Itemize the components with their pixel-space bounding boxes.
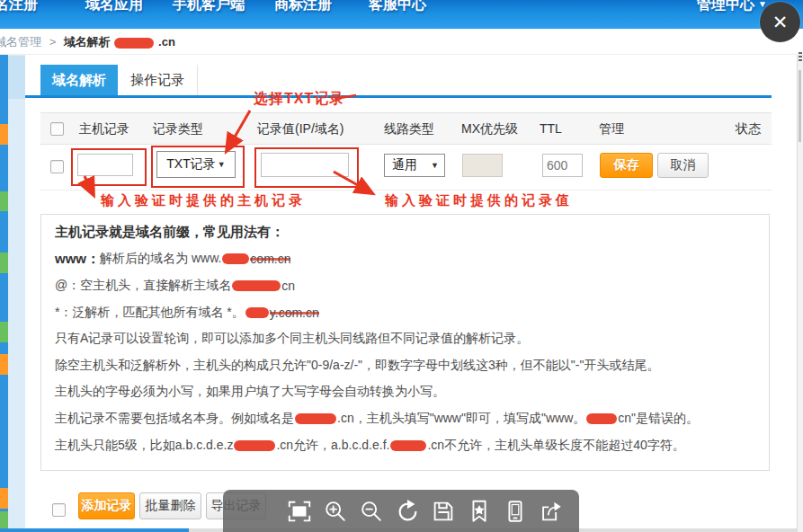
line-type-value: 通用	[392, 157, 417, 173]
cancel-label: 取消	[671, 157, 696, 173]
mx-priority-input	[462, 154, 503, 177]
redacted-domain	[222, 253, 249, 264]
panel-left-margin-top	[8, 56, 25, 99]
tab-operation-log[interactable]: 操作记录	[118, 65, 198, 95]
help-text: *：泛解析，匹配其他所有域名 *。	[55, 305, 245, 321]
line-type-select[interactable]: 通用 ▼	[384, 154, 445, 177]
redacted-domain	[586, 413, 617, 424]
help-text: .cn，主机头填写"www"即可，填写成"www。	[337, 411, 585, 427]
fit-screen-icon[interactable]	[286, 498, 313, 525]
scrollbar-arrow-icon	[799, 59, 802, 61]
column-header-5: TTL	[540, 121, 562, 136]
device-icon[interactable]	[502, 498, 529, 525]
rotate-icon[interactable]	[394, 498, 421, 525]
breadcrumb-bar: 域名管理 > 域名解析 .cn	[0, 29, 803, 55]
panel-left-margin	[8, 54, 25, 532]
help-text: com.cn	[250, 252, 290, 266]
edge-segment	[0, 322, 8, 342]
help-text: 主机头只能5级，比如a.b.c.d.e.z	[55, 438, 233, 454]
tab-label: 操作记录	[130, 72, 184, 89]
scrollbar-arrow-icon	[799, 52, 802, 54]
chevron-down-icon: ▼	[218, 160, 226, 169]
bottom-edge-left	[0, 528, 189, 532]
chevron-down-icon: ▼	[431, 161, 439, 170]
host-record-input[interactable]	[77, 154, 133, 176]
bookmark-icon[interactable]	[466, 498, 493, 525]
help-line: 主机头的字母必须为小写，如果用户填了大写字母会自动转换为小写。	[41, 379, 769, 406]
help-line: 除空主机头和泛解析外，主机头的构成只允许"0-9/a-z/-"，即数字字母中划线…	[41, 352, 769, 379]
help-line: www：解析后的域名为 www.com.cn	[41, 246, 769, 273]
column-header-1: 记录类型	[153, 121, 203, 137]
record-type-value: TXT记录	[166, 156, 215, 173]
edge-segment	[0, 253, 8, 273]
help-line: 主机记录就是域名前缀，常见用法有：	[41, 219, 769, 246]
add-record-button[interactable]: 添加记录	[78, 492, 135, 519]
close-button[interactable]: ✕	[760, 2, 800, 42]
record-type-select[interactable]: TXT记录 ▼	[156, 151, 236, 178]
zoom-out-icon[interactable]	[358, 498, 385, 525]
ttl-input[interactable]	[542, 154, 583, 177]
top-nav: 域名注册域名应用手机客户端商标注册客服中心 管理中心▼	[0, 0, 803, 29]
batch-delete-label: 批量删除	[146, 498, 196, 514]
nav-item-0[interactable]: 域名注册	[0, 0, 38, 14]
edge-segment	[0, 191, 8, 211]
background-page-edge	[0, 54, 8, 532]
help-text: 除空主机头和泛解析外，主机头的构成只允许"0-9/a-z/-"，即数字字母中划线…	[55, 358, 659, 374]
page: 域名注册域名应用手机客户端商标注册客服中心 管理中心▼ ✕ 域名管理 > 域名解…	[0, 0, 803, 532]
nav-item-4[interactable]: 客服中心	[369, 0, 426, 14]
tab-domain-resolution[interactable]: 域名解析	[40, 65, 118, 95]
breadcrumb-domain-manage[interactable]: 域名管理	[0, 35, 41, 49]
help-line: 主机记录不需要包括域名本身。例如域名是.cn，主机头填写"www"即可，填写成"…	[41, 405, 769, 432]
account-label: 管理中心	[697, 0, 754, 12]
save-icon[interactable]	[430, 498, 457, 525]
screenshot-toolbar	[223, 490, 579, 532]
nav-item-account[interactable]: 管理中心▼	[697, 0, 767, 14]
row-checkbox[interactable]	[50, 160, 64, 173]
redacted-domain	[114, 38, 154, 49]
nav-item-2[interactable]: 手机客户端	[173, 0, 245, 14]
help-text: cn"是错误的。	[618, 411, 699, 427]
help-line: *：泛解析，匹配其他所有域名 *。y.com.cn	[41, 299, 769, 326]
select-all-checkbox[interactable]	[50, 122, 64, 136]
column-header-2: 记录值(IP/域名)	[257, 121, 344, 137]
column-header-7: 状态	[736, 121, 761, 137]
column-header-6: 管理	[599, 121, 624, 137]
help-text: www：	[55, 251, 100, 268]
share-icon[interactable]	[538, 498, 565, 525]
footer-select-all-checkbox[interactable]	[52, 503, 66, 517]
redacted-domain	[245, 307, 269, 318]
help-text: .cn允许，a.b.c.d.e.f.	[276, 438, 389, 454]
nav-item-3[interactable]: 商标注册	[274, 0, 332, 14]
annotation-select-txt: 选择TXT记录	[254, 90, 344, 109]
batch-delete-button[interactable]: 批量删除	[139, 492, 201, 519]
edge-segment	[0, 354, 8, 375]
help-text: 解析后的域名为 www.	[100, 251, 221, 267]
breadcrumb: 域名管理 > 域名解析 .cn	[0, 34, 175, 50]
help-text: 主机记录不需要包括域名本身。例如域名是	[55, 411, 294, 427]
redacted-domain	[390, 440, 426, 451]
help-text: .cn不允许，主机头单级长度不能超过40字符。	[427, 438, 684, 454]
column-header-0: 主机记录	[79, 121, 129, 137]
table-header-row: 主机记录记录类型记录值(IP/域名)线路类型MX优先级TTL管理状态	[40, 112, 772, 145]
help-line: 主机头只能5级，比如a.b.c.d.e.z.cn允许，a.b.c.d.e.f..…	[41, 432, 769, 459]
help-text: 主机头的字母必须为小写，如果用户填了大写字母会自动转换为小写。	[55, 384, 445, 400]
help-line: @：空主机头，直接解析主域名cn	[41, 272, 769, 299]
zoom-in-icon[interactable]	[322, 498, 349, 525]
add-record-label: 添加记录	[82, 498, 132, 514]
breadcrumb-current: 域名解析	[64, 35, 111, 49]
scrollbar-arrow-icon	[799, 56, 802, 58]
save-button[interactable]: 保存	[600, 153, 653, 178]
annotation-value-hint: 输入验证时提供的记录值	[385, 192, 573, 209]
help-box: 主机记录就是域名前缀，常见用法有：www：解析后的域名为 www.com.cn@…	[40, 214, 770, 471]
edge-segment	[0, 124, 8, 145]
scrollbar-thumb[interactable]	[799, 70, 801, 142]
breadcrumb-separator: >	[49, 35, 57, 49]
redacted-domain	[232, 280, 281, 291]
column-header-4: MX优先级	[461, 121, 518, 137]
record-value-input[interactable]	[261, 153, 349, 177]
help-line: 只有A记录可以设置轮询，即可以添加多个同主机头同线路但不同记录值的解析记录。	[41, 325, 769, 352]
help-text: 主机记录就是域名前缀，常见用法有：	[55, 224, 284, 241]
nav-item-1[interactable]: 域名应用	[85, 0, 143, 14]
help-text: y.com.cn	[270, 306, 319, 320]
cancel-button[interactable]: 取消	[657, 153, 709, 178]
